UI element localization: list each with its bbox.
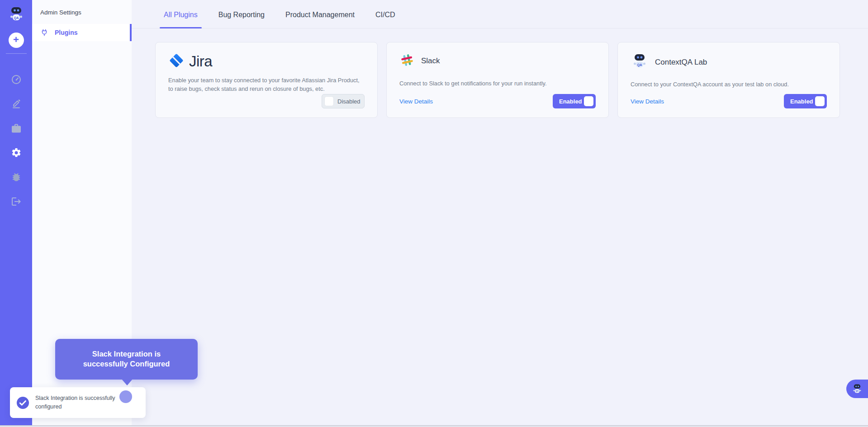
plug-icon [40,28,48,37]
svg-text:QA: QA [14,16,19,20]
tooltip-anchor-dot [119,390,132,403]
plugin-card-contextqa-lab: QA ContextQA Lab Connect to your Context… [617,42,840,118]
success-tooltip-bubble: Slack Integration is successfully Config… [55,339,198,380]
edit-pencil-icon[interactable] [10,98,22,110]
settings-gear-icon[interactable] [10,147,22,159]
svg-text:QA: QA [856,390,859,392]
slack-view-details-link[interactable]: View Details [399,98,433,105]
toggle-label: Enabled [559,98,582,105]
rail-divider [6,53,27,54]
toggle-label: Enabled [790,98,813,105]
main-content: All Plugins Bug Reporting Product Manage… [132,0,868,425]
icon-rail: QA + [0,0,32,425]
tab-cicd[interactable]: CI/CD [371,9,399,28]
plugin-card-slack: Slack Connect to Slack to get notificati… [386,42,609,118]
slack-logo-icon [399,52,415,70]
toast-text: Slack Integration is successfully config… [35,394,119,411]
contextqa-view-details-link[interactable]: View Details [631,98,664,105]
card-title: Jira [189,53,212,70]
plugin-cards: Jira Enable your team to stay connected … [132,28,868,118]
tooltip-text: Slack Integration is successfully Config… [74,349,179,369]
panel-title: Admin Settings [32,0,132,24]
bug-icon[interactable] [10,171,22,183]
svg-text:QA: QA [637,63,642,67]
horizontal-scrollbar[interactable] [0,425,868,427]
tab-product-management[interactable]: Product Management [281,9,359,28]
contextqa-lab-logo-icon: QA [631,52,649,72]
projects-briefcase-icon[interactable] [10,122,22,134]
card-description: Enable your team to stay connected to yo… [168,76,363,93]
contextqa-toggle[interactable]: Enabled [784,94,827,108]
card-title: Slack [421,56,440,66]
toggle-label: Disabled [337,98,360,105]
toggle-knob [584,96,593,106]
toggle-knob [324,96,334,106]
contextqa-robot-logo[interactable]: QA [7,5,25,25]
add-button[interactable]: + [9,33,24,48]
card-description: Connect to your ContextQA account as you… [631,80,825,89]
plugin-card-jira: Jira Enable your team to stay connected … [155,42,378,118]
jira-logo-icon [168,52,185,70]
assistant-chat-launcher[interactable]: QA [846,380,868,398]
toggle-knob [815,96,825,106]
card-description: Connect to Slack to get notifications fo… [399,80,594,88]
tab-bug-reporting[interactable]: Bug Reporting [214,9,269,28]
jira-toggle[interactable]: Disabled [322,94,365,108]
check-circle-icon [16,396,29,409]
card-title: ContextQA Lab [655,58,707,67]
tab-all-plugins[interactable]: All Plugins [160,9,202,28]
plugin-tabs: All Plugins Bug Reporting Product Manage… [132,0,868,28]
slack-toggle[interactable]: Enabled [553,94,596,108]
sidebar-item-plugins[interactable]: Plugins [32,24,132,41]
dashboard-gauge-icon[interactable] [10,74,22,85]
sidebar-item-label: Plugins [55,29,78,36]
assistant-robot-icon: QA [851,383,863,395]
logout-icon[interactable] [10,196,22,207]
